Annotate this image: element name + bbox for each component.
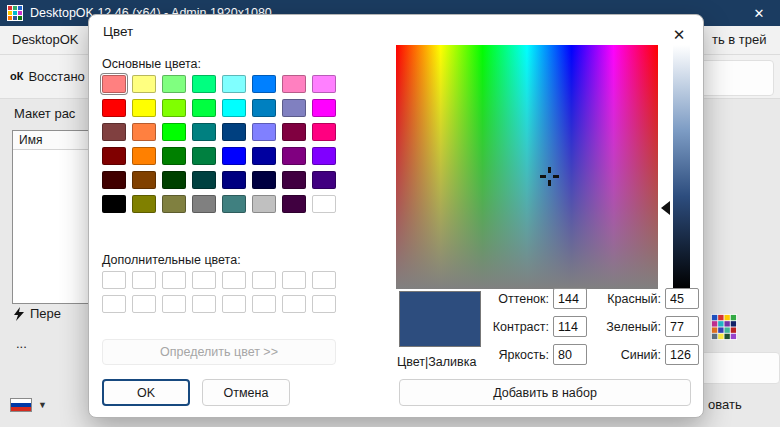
menu-item-tray-partial[interactable]: ть в трей bbox=[712, 26, 767, 54]
color-swatch[interactable] bbox=[132, 295, 156, 313]
color-swatch[interactable] bbox=[252, 271, 276, 289]
color-swatch[interactable] bbox=[162, 147, 186, 165]
color-swatch[interactable] bbox=[222, 147, 246, 165]
ok-button[interactable]: OK bbox=[102, 379, 190, 406]
move-button[interactable]: Пере bbox=[14, 306, 61, 321]
color-swatch[interactable] bbox=[162, 99, 186, 117]
luminance-bar[interactable] bbox=[673, 45, 690, 289]
luminance-arrow-icon[interactable] bbox=[661, 201, 670, 215]
basic-colors-label: Основные цвета: bbox=[102, 57, 201, 71]
color-swatch[interactable] bbox=[102, 99, 126, 117]
color-swatch[interactable] bbox=[312, 123, 336, 141]
color-swatch[interactable] bbox=[162, 171, 186, 189]
color-swatch[interactable] bbox=[132, 147, 156, 165]
basic-colors-grid bbox=[102, 75, 336, 213]
color-swatch[interactable] bbox=[252, 123, 276, 141]
color-swatch[interactable] bbox=[162, 123, 186, 141]
color-swatch[interactable] bbox=[192, 195, 216, 213]
hue-label: Оттенок: bbox=[473, 292, 549, 306]
contrast-input[interactable] bbox=[553, 316, 587, 337]
color-swatch[interactable] bbox=[222, 123, 246, 141]
dialog-title: Цвет bbox=[103, 24, 133, 39]
color-swatch[interactable] bbox=[102, 295, 126, 313]
color-swatch[interactable] bbox=[162, 295, 186, 313]
color-swatch[interactable] bbox=[192, 123, 216, 141]
color-swatch[interactable] bbox=[282, 195, 306, 213]
red-label: Красный: bbox=[589, 292, 661, 306]
color-swatch[interactable] bbox=[192, 295, 216, 313]
color-swatch[interactable] bbox=[132, 99, 156, 117]
language-flag-button[interactable]: ▼ bbox=[10, 398, 47, 412]
color-swatch[interactable] bbox=[132, 195, 156, 213]
brightness-input[interactable] bbox=[553, 344, 587, 365]
list-header-name: Имя bbox=[13, 131, 91, 150]
color-swatch[interactable] bbox=[312, 271, 336, 289]
color-swatch[interactable] bbox=[312, 171, 336, 189]
window-close-button[interactable]: ✕ bbox=[742, 0, 776, 26]
color-swatch[interactable] bbox=[102, 75, 126, 93]
color-swatch[interactable] bbox=[162, 195, 186, 213]
color-swatch[interactable] bbox=[162, 75, 186, 93]
menu-item-desktopok[interactable]: DesktopOK bbox=[12, 26, 78, 54]
color-swatch[interactable] bbox=[222, 99, 246, 117]
color-swatch[interactable] bbox=[132, 75, 156, 93]
cancel-button[interactable]: Отмена bbox=[202, 379, 290, 406]
color-swatch[interactable] bbox=[132, 123, 156, 141]
color-swatch[interactable] bbox=[252, 147, 276, 165]
color-swatch[interactable] bbox=[222, 171, 246, 189]
restore-button[interactable]: оК Восстано bbox=[10, 64, 85, 88]
color-swatch[interactable] bbox=[192, 75, 216, 93]
move-label: Пере bbox=[30, 306, 61, 321]
color-swatch[interactable] bbox=[282, 295, 306, 313]
color-swatch[interactable] bbox=[192, 271, 216, 289]
side-button[interactable] bbox=[698, 352, 780, 384]
color-swatch[interactable] bbox=[252, 295, 276, 313]
define-color-button[interactable]: Определить цвет >> bbox=[102, 339, 336, 365]
hue-saturation-field[interactable] bbox=[396, 45, 658, 289]
red-input[interactable] bbox=[665, 288, 699, 309]
blue-input[interactable] bbox=[665, 344, 699, 365]
color-swatch[interactable] bbox=[222, 271, 246, 289]
color-dialog: Цвет ✕ Основные цвета: Дополнительные цв… bbox=[88, 14, 704, 418]
color-swatch[interactable] bbox=[222, 295, 246, 313]
color-swatch[interactable] bbox=[252, 99, 276, 117]
color-swatch[interactable] bbox=[252, 75, 276, 93]
color-swatch[interactable] bbox=[282, 75, 306, 93]
color-swatch[interactable] bbox=[192, 99, 216, 117]
color-swatch[interactable] bbox=[312, 99, 336, 117]
color-swatch[interactable] bbox=[252, 195, 276, 213]
color-swatch[interactable] bbox=[192, 147, 216, 165]
color-swatch[interactable] bbox=[252, 171, 276, 189]
color-swatch[interactable] bbox=[312, 295, 336, 313]
russia-flag-icon bbox=[10, 398, 32, 412]
color-swatch[interactable] bbox=[222, 75, 246, 93]
color-swatch[interactable] bbox=[162, 271, 186, 289]
color-swatch[interactable] bbox=[132, 271, 156, 289]
color-swatch[interactable] bbox=[282, 147, 306, 165]
color-swatch[interactable] bbox=[102, 195, 126, 213]
layout-list[interactable]: Имя bbox=[12, 130, 92, 304]
color-swatch[interactable] bbox=[102, 123, 126, 141]
color-swatch[interactable] bbox=[312, 75, 336, 93]
green-input[interactable] bbox=[665, 316, 699, 337]
color-swatch[interactable] bbox=[192, 171, 216, 189]
color-swatch[interactable] bbox=[312, 195, 336, 213]
ellipsis-label: ... bbox=[16, 336, 27, 351]
color-swatch[interactable] bbox=[102, 271, 126, 289]
hue-input[interactable] bbox=[553, 288, 587, 309]
bottom-right-partial-label[interactable]: овать bbox=[708, 397, 742, 412]
color-swatch[interactable] bbox=[222, 195, 246, 213]
color-swatch[interactable] bbox=[282, 171, 306, 189]
color-swatch[interactable] bbox=[282, 123, 306, 141]
color-swatch[interactable] bbox=[282, 271, 306, 289]
color-swatch[interactable] bbox=[102, 171, 126, 189]
add-to-set-button[interactable]: Добавить в набор bbox=[399, 379, 691, 406]
preview-label: Цвет|Заливка bbox=[397, 355, 476, 369]
color-swatch[interactable] bbox=[132, 171, 156, 189]
color-swatch[interactable] bbox=[312, 147, 336, 165]
screen: DesktopOK 12.46 (x64) - Admin 1920x1080 … bbox=[0, 0, 780, 427]
color-swatch[interactable] bbox=[282, 99, 306, 117]
color-swatch[interactable] bbox=[102, 147, 126, 165]
dropdown-arrow-icon: ▼ bbox=[38, 400, 47, 410]
color-preview bbox=[399, 291, 481, 347]
